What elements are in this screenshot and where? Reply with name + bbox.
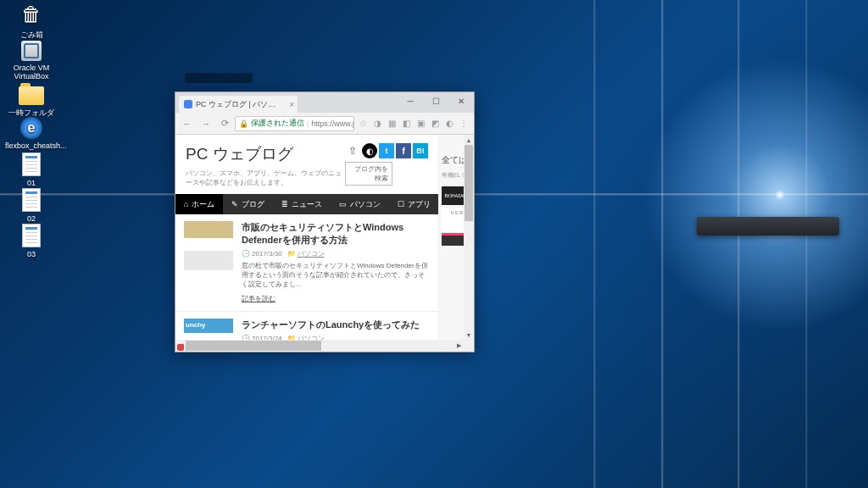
scroll-thumb[interactable]	[465, 145, 473, 221]
tab-title: PC ウェブログ | パソコン、ス	[196, 99, 282, 110]
nav-reload-button[interactable]: ⟳	[216, 115, 233, 132]
nav-pc[interactable]: ▭パソコン	[331, 194, 389, 214]
icon-label: ごみ箱	[5, 30, 58, 41]
article-excerpt: 窓の杜で市販のセキュリティソフトとWindows Defenderを併用するとい…	[242, 261, 430, 290]
secure-label: 保護された通信	[251, 118, 304, 129]
desktop-icon-temp-folder[interactable]: 一時フォルダ	[5, 83, 58, 119]
article-category[interactable]: パソコン	[298, 250, 325, 258]
url-input[interactable]: 🔒 保護された通信 | https://www.pc-weblog.com	[235, 116, 354, 131]
desktop-icon-doc-03[interactable]: 03	[5, 224, 58, 258]
hatena-icon[interactable]: B!	[413, 143, 428, 158]
horizontal-scrollbar[interactable]: ◀ ▶	[175, 340, 464, 352]
pencil-icon: ✎	[231, 200, 238, 208]
ext-icon[interactable]: ▦	[385, 117, 398, 130]
scroll-right-icon[interactable]: ▶	[453, 340, 464, 352]
clock-icon: 🕒	[242, 250, 250, 258]
menu-icon[interactable]: ⋮	[457, 117, 470, 130]
star-icon[interactable]: ☆	[356, 117, 370, 130]
ext-icon[interactable]: ◧	[399, 117, 413, 130]
vertical-scrollbar[interactable]: ▲ ▼	[464, 135, 474, 340]
list-icon: ≣	[281, 200, 288, 208]
article-title[interactable]: ランチャーソフトのLaunchyを使ってみた	[242, 319, 430, 331]
nav-home[interactable]: ⌂ホーム	[175, 194, 223, 214]
desktop-icon-virtualbox[interactable]: Oracle VM VirtualBox	[5, 41, 58, 80]
site-header: PC ウェブログ パソコン、スマホ、アプリ、ゲーム、ウェブのニュースや記事などを…	[175, 135, 438, 194]
article-title[interactable]: 市販のセキュリティソフトとWindows Defenderを併用する方法	[242, 221, 430, 247]
favicon-icon	[184, 100, 192, 108]
nav-back-button[interactable]: ←	[179, 115, 196, 132]
page-viewport: PC ウェブログ パソコン、スマホ、アプリ、ゲーム、ウェブのニュースや記事などを…	[175, 135, 474, 352]
chrome-window: ─ ☐ ✕ PC ウェブログ | パソコン、ス × ← → ⟳ 🔒 保護された通…	[175, 92, 475, 352]
desktop-icon-recycle-bin[interactable]: ごみ箱	[5, 2, 58, 41]
nav-news[interactable]: ≣ニュース	[273, 194, 331, 214]
ext-icon[interactable]: ◑	[370, 117, 384, 130]
window-controls: ─ ☐ ✕	[398, 92, 474, 109]
ext-icon[interactable]: ▣	[414, 117, 427, 130]
minimized-preview	[185, 73, 253, 83]
icon-label: flexbox_cheatsh...	[5, 141, 58, 150]
nav-app[interactable]: ☐アプリ	[389, 194, 439, 214]
scroll-down-icon[interactable]: ▼	[464, 330, 474, 340]
scroll-thumb[interactable]	[186, 341, 321, 351]
desktop-icon-doc-02[interactable]: 02	[5, 188, 58, 223]
app-icon: ☐	[398, 200, 404, 208]
window-minimize-button[interactable]: ─	[398, 92, 423, 109]
home-icon: ⌂	[184, 200, 188, 208]
scrollbar-corner	[464, 340, 474, 352]
desktop-icon-doc-01[interactable]: 01	[5, 152, 58, 187]
floating-toolbar[interactable]	[697, 217, 839, 236]
site-subtitle: パソコン、スマホ、アプリ、ゲーム、ウェブのニュースや記事などをお伝えします。	[186, 169, 345, 187]
monitor-icon: ▭	[339, 200, 347, 208]
desktop[interactable]: ごみ箱 Oracle VM VirtualBox 一時フォルダ eflexbox…	[0, 0, 868, 488]
icon-label: 02	[5, 214, 58, 223]
tab-close-icon[interactable]: ×	[289, 100, 294, 109]
url-text: https://www.pc-weblog.com	[311, 119, 354, 128]
icon-label: Oracle VM VirtualBox	[5, 64, 58, 80]
new-tab-button[interactable]	[301, 99, 316, 113]
blog-search-input[interactable]: ブログ内を検索	[345, 162, 392, 186]
read-more-link[interactable]: 記事を読む	[242, 294, 275, 303]
article-thumbnail[interactable]	[184, 221, 233, 270]
status-indicator-icon	[177, 344, 184, 351]
desktop-icon-edge-shortcut[interactable]: eflexbox_cheatsh...	[5, 117, 58, 150]
scroll-top-icon[interactable]: ⇧	[345, 143, 360, 158]
browser-tab[interactable]: PC ウェブログ | パソコン、ス ×	[179, 96, 298, 113]
facebook-icon[interactable]: f	[396, 143, 411, 158]
nav-blog[interactable]: ✎ブログ	[223, 194, 273, 214]
nav-forward-button[interactable]: →	[198, 115, 214, 132]
icon-label: 03	[5, 250, 58, 258]
article-meta: 🕒2017/3/30📁パソコン	[242, 249, 430, 258]
ext-icon[interactable]: ◐	[442, 117, 456, 130]
site-title[interactable]: PC ウェブログ	[186, 143, 345, 165]
window-close-button[interactable]: ✕	[448, 92, 474, 109]
twitter-icon[interactable]: t	[379, 143, 394, 158]
address-bar: ← → ⟳ 🔒 保護された通信 | https://www.pc-weblog.…	[175, 113, 474, 135]
lock-icon: 🔒	[239, 119, 248, 128]
scroll-up-icon[interactable]: ▲	[464, 135, 474, 145]
ext-icon[interactable]: ◩	[428, 117, 442, 130]
icon-label: 01	[5, 179, 58, 187]
site-nav: ⌂ホーム ✎ブログ ≣ニュース ▭パソコン ☐アプリ ∞エンタ	[175, 194, 438, 214]
folder-icon: 📁	[287, 250, 296, 258]
article-item: 市販のセキュリティソフトとWindows Defenderを併用する方法 🕒20…	[175, 214, 438, 312]
window-maximize-button[interactable]: ☐	[423, 92, 448, 109]
dark-mode-icon[interactable]: ◐	[362, 143, 377, 158]
